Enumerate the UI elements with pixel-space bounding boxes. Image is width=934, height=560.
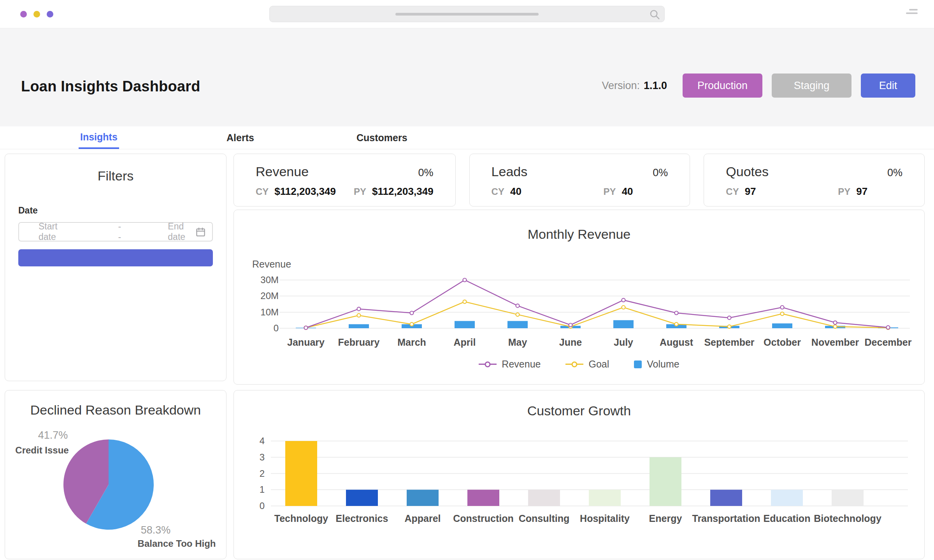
svg-text:1: 1: [260, 484, 265, 495]
growth-bar-hospitality: [589, 490, 621, 506]
goal-line: [306, 302, 888, 328]
svg-text:Biotechnology: Biotechnology: [814, 513, 881, 524]
svg-text:Education: Education: [764, 513, 811, 524]
kpi-py-value: 40: [622, 186, 633, 198]
tab-insights[interactable]: Insights: [79, 126, 119, 149]
window-control-dot-3[interactable]: [47, 11, 53, 18]
growth-bar-consulting: [528, 490, 560, 506]
monthly-revenue-legend: Revenue Goal Volume: [234, 359, 924, 370]
svg-text:Consulting: Consulting: [519, 513, 570, 524]
date-separator: --: [118, 221, 123, 242]
svg-text:December: December: [865, 337, 912, 348]
svg-text:2: 2: [260, 468, 265, 479]
version-text: Version:1.1.0: [602, 80, 667, 92]
address-search-input[interactable]: [269, 6, 665, 22]
window-controls: [20, 11, 53, 18]
kpi-py-value: $112,203,349: [372, 186, 434, 198]
filters-title: Filters: [5, 167, 226, 184]
tabs-bar: Insights Alerts Customers: [0, 126, 934, 149]
kpi-cy-label: CY: [726, 186, 739, 197]
volume-bar-april: [455, 321, 475, 328]
kpi-delta: 0%: [653, 167, 668, 179]
kpi-cy-value: 40: [510, 186, 521, 198]
growth-bar-transportation: [710, 490, 742, 506]
volume-bar-october: [772, 324, 792, 328]
svg-text:August: August: [660, 337, 693, 348]
page-title: Loan Insights Dashboard: [21, 78, 200, 95]
window-control-dot-1[interactable]: [20, 11, 27, 18]
growth-bar-apparel: [407, 490, 439, 506]
filters-card: Filters Date Start date -- End date: [5, 154, 226, 381]
svg-text:October: October: [764, 337, 801, 348]
legend-item-goal[interactable]: Goal: [565, 359, 609, 370]
growth-bar-electronics: [346, 490, 378, 506]
kpi-cy-value: 97: [745, 186, 756, 198]
svg-text:Transportation: Transportation: [692, 513, 760, 524]
growth-bar-energy: [650, 457, 681, 506]
volume-bar-february: [349, 324, 369, 328]
kpi-title: Revenue: [256, 164, 309, 179]
growth-bar-education: [771, 490, 803, 506]
kpi-py-label: PY: [838, 186, 850, 197]
svg-text:Revenue: Revenue: [252, 259, 291, 270]
customer-growth-title: Customer Growth: [234, 402, 924, 419]
svg-text:April: April: [454, 337, 476, 348]
main-content: Filters Date Start date -- End date Reve…: [0, 149, 934, 559]
volume-bar-may: [507, 321, 528, 328]
kpi-cy-label: CY: [492, 186, 504, 197]
environment-controls: Version:1.1.0 Production Staging Edit: [602, 74, 915, 98]
volume-bar-july: [613, 320, 634, 328]
svg-text:July: July: [614, 337, 633, 348]
date-range-input[interactable]: Start date -- End date: [18, 222, 213, 242]
monthly-revenue-title: Monthly Revenue: [234, 226, 924, 243]
legend-label: Volume: [647, 359, 679, 370]
svg-text:Technology: Technology: [274, 513, 328, 524]
version-value: 1.1.0: [644, 80, 667, 91]
kpi-title: Leads: [492, 164, 528, 179]
window-control-dot-2[interactable]: [33, 11, 40, 18]
monthly-revenue-chart: 010M20M30MRevenueJanuaryFebruaryMarchApr…: [241, 250, 918, 355]
staging-button[interactable]: Staging: [772, 74, 851, 98]
menu-icon[interactable]: [906, 9, 918, 14]
svg-text:Electronics: Electronics: [336, 513, 388, 524]
calendar-icon[interactable]: [195, 227, 206, 237]
svg-text:November: November: [811, 337, 859, 348]
search-icon[interactable]: [649, 9, 660, 22]
legend-item-revenue[interactable]: Revenue: [479, 359, 541, 370]
svg-text:30M: 30M: [260, 275, 279, 285]
kpi-card-leads: Leads 0% CY40 PY40: [469, 154, 690, 206]
pie-label-balance-too-high: Balance Too High: [134, 538, 219, 549]
growth-bar-biotechnology: [832, 490, 864, 506]
legend-label: Revenue: [502, 359, 541, 370]
end-date-placeholder[interactable]: End date: [168, 221, 195, 242]
svg-text:10M: 10M: [260, 307, 279, 317]
svg-text:Hospitality: Hospitality: [580, 513, 630, 524]
production-button[interactable]: Production: [683, 74, 762, 98]
date-label: Date: [18, 205, 226, 216]
kpi-card-revenue: Revenue 0% CY$112,203,349 PY$112,203,349: [234, 154, 456, 206]
svg-text:Energy: Energy: [649, 513, 682, 524]
kpi-cy-label: CY: [256, 186, 269, 197]
declined-reason-card: Declined Reason Breakdown 41.7% Credit I…: [5, 390, 226, 559]
svg-text:June: June: [559, 337, 582, 348]
svg-text:0: 0: [260, 500, 265, 511]
growth-bar-construction: [467, 490, 499, 506]
customer-growth-chart: 01234TechnologyElectronicsApparelConstru…: [241, 425, 918, 530]
version-label: Version:: [602, 80, 640, 91]
apply-filters-button[interactable]: [18, 249, 213, 266]
start-date-placeholder[interactable]: Start date: [39, 221, 68, 242]
tab-alerts[interactable]: Alerts: [225, 126, 256, 149]
legend-item-volume[interactable]: Volume: [634, 359, 679, 370]
kpi-card-quotes: Quotes 0% CY97 PY97: [704, 154, 925, 206]
svg-text:3: 3: [260, 452, 265, 462]
tab-customers[interactable]: Customers: [355, 126, 409, 149]
monthly-revenue-card: Monthly Revenue 010M20M30MRevenueJanuary…: [234, 210, 925, 385]
pie-pct-balance-too-high: 58.3%: [132, 524, 179, 536]
declined-reason-title: Declined Reason Breakdown: [5, 401, 226, 418]
edit-button[interactable]: Edit: [861, 74, 915, 98]
svg-text:January: January: [287, 337, 325, 348]
pie-pct-credit-issue: 41.7%: [29, 429, 77, 441]
svg-text:0: 0: [274, 323, 279, 333]
svg-text:September: September: [704, 337, 754, 348]
svg-text:Construction: Construction: [453, 513, 514, 524]
